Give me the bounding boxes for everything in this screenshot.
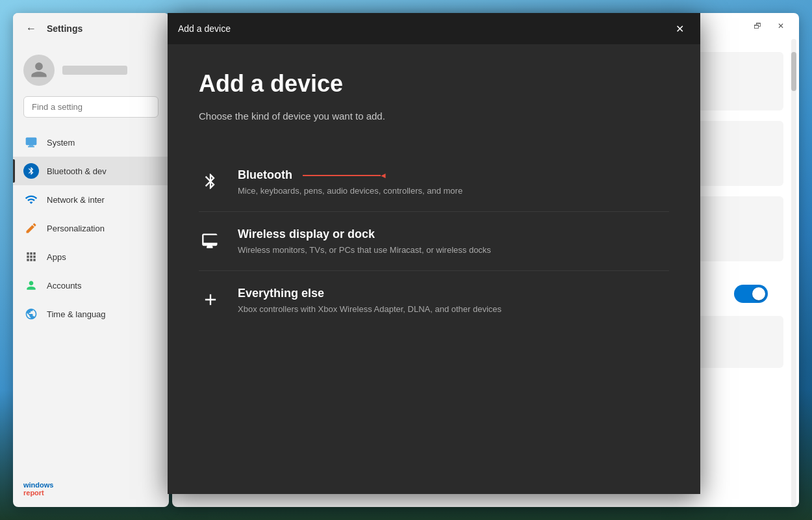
dialog-titlebar-title: Add a device: [178, 23, 231, 34]
device-option-bluetooth[interactable]: Bluetooth Mice, keyboards, pens, audio d…: [199, 153, 669, 212]
wireless-option-desc: Wireless monitors, TVs, or PCs that use …: [238, 245, 669, 255]
monitor-icon: [199, 229, 222, 252]
scrollbar[interactable]: [791, 39, 796, 507]
device-option-wireless[interactable]: Wireless display or dock Wireless monito…: [199, 212, 669, 271]
bluetooth-icon: [23, 163, 39, 179]
svg-rect-0: [26, 138, 37, 146]
bluetooth-option-info: Bluetooth Mice, keyboards, pens, audio d…: [238, 168, 669, 196]
time-icon: [23, 306, 39, 322]
windows-report-watermark: windows report: [23, 481, 53, 497]
sidebar-item-network[interactable]: Network & inter: [13, 185, 169, 214]
dialog-subtitle: Choose the kind of device you want to ad…: [199, 110, 669, 122]
personalization-icon: [23, 220, 39, 236]
sidebar-item-label-network: Network & inter: [47, 195, 105, 205]
sidebar-item-accounts[interactable]: Accounts: [13, 271, 169, 300]
user-section: [13, 44, 169, 96]
avatar: [23, 55, 55, 86]
device-option-everything[interactable]: Everything else Xbox controllers with Xb…: [199, 271, 669, 330]
dialog-body: Add a device Choose the kind of device y…: [168, 44, 700, 356]
everything-option-title: Everything else: [238, 287, 669, 300]
dialog-titlebar: Add a device ✕: [168, 13, 700, 44]
svg-rect-2: [28, 146, 34, 148]
plus-icon: [199, 288, 222, 311]
accounts-icon: [23, 278, 39, 293]
system-icon: [23, 135, 39, 150]
sidebar-item-label-accounts: Accounts: [47, 281, 81, 291]
sidebar-item-personalization[interactable]: Personalization: [13, 214, 169, 242]
watermark-line2: report: [23, 489, 53, 497]
sidebar-item-time[interactable]: Time & languag: [13, 300, 169, 328]
sidebar-item-bluetooth[interactable]: Bluetooth & dev: [13, 157, 169, 185]
settings-title: Settings: [47, 23, 82, 34]
settings-window: ← Settings System: [13, 13, 169, 507]
wireless-option-info: Wireless display or dock Wireless monito…: [238, 228, 669, 255]
close-button[interactable]: ✕: [770, 16, 791, 36]
user-name-placeholder: [62, 66, 127, 75]
nav-list: System Bluetooth & dev Network & inter: [13, 128, 169, 328]
sidebar-item-label-apps: Apps: [47, 252, 66, 262]
search-input[interactable]: [23, 96, 159, 118]
everything-option-desc: Xbox controllers with Xbox Wireless Adap…: [238, 304, 669, 314]
wireless-option-title: Wireless display or dock: [238, 228, 669, 241]
bluetooth-option-desc: Mice, keyboards, pens, audio devices, co…: [238, 186, 669, 196]
bluetooth-device-icon: [199, 170, 222, 193]
sidebar-item-label-personalization: Personalization: [47, 224, 105, 233]
red-arrow-indicator: [303, 171, 387, 180]
toggle-switch[interactable]: [734, 285, 768, 303]
sidebar-item-label-bluetooth: Bluetooth & dev: [47, 166, 107, 176]
minimize-button[interactable]: 🗗: [747, 16, 768, 36]
watermark-line1: windows: [23, 481, 53, 489]
add-device-dialog: Add a device ✕ Add a device Choose the k…: [168, 13, 700, 494]
everything-option-info: Everything else Xbox controllers with Xb…: [238, 287, 669, 314]
dialog-close-button[interactable]: ✕: [669, 18, 690, 39]
settings-titlebar: ← Settings: [13, 13, 169, 44]
bluetooth-option-title: Bluetooth: [238, 168, 669, 182]
back-button[interactable]: ←: [23, 20, 39, 37]
svg-rect-1: [29, 145, 34, 146]
sidebar-item-apps[interactable]: Apps: [13, 242, 169, 271]
sidebar-item-label-time: Time & languag: [47, 309, 106, 319]
dialog-heading: Add a device: [199, 70, 669, 98]
sidebar-item-system[interactable]: System: [13, 128, 169, 157]
scrollbar-thumb: [791, 52, 796, 91]
network-icon: [23, 192, 39, 207]
apps-icon: [23, 249, 39, 265]
sidebar-item-label-system: System: [47, 138, 75, 148]
